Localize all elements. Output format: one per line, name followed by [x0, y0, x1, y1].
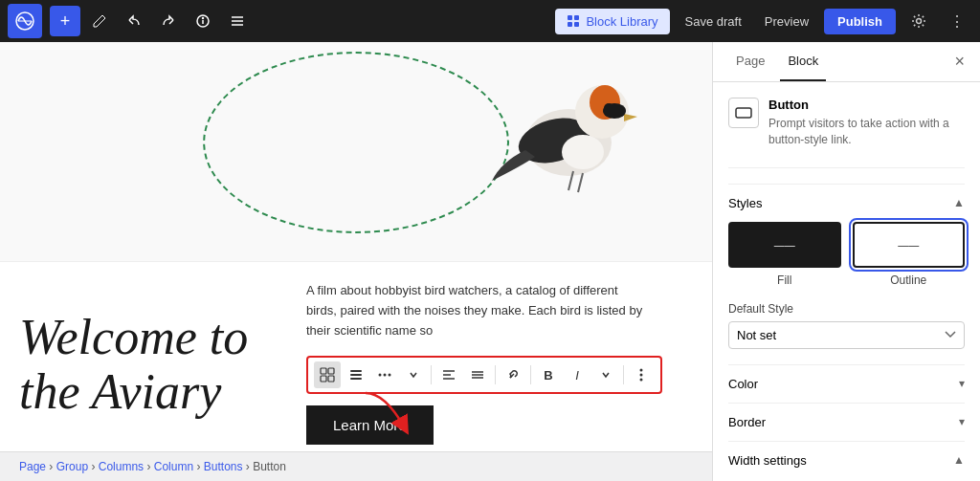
color-section: Color ▾	[728, 364, 965, 403]
svg-point-11	[917, 19, 922, 24]
align-left-button[interactable]	[435, 361, 462, 388]
block-description: Prompt visitors to take action with a bu…	[768, 116, 965, 148]
toolbar-separator-1	[431, 365, 432, 384]
sidebar-content: Button Prompt visitors to take action wi…	[713, 82, 980, 481]
breadcrumb: Page › Group › Columns › Column › Button…	[0, 451, 712, 481]
settings-button[interactable]	[903, 6, 934, 36]
undo-button[interactable]	[119, 6, 149, 36]
main-layout: Welcome to the Aviary A film about hobby…	[0, 42, 980, 481]
color-header[interactable]: Color ▾	[728, 364, 965, 403]
transform-button[interactable]	[314, 361, 341, 388]
tab-page[interactable]: Page	[728, 42, 772, 81]
top-toolbar: + Block Library	[0, 0, 980, 42]
learn-more-button[interactable]: Learn More	[306, 405, 434, 445]
tools-button[interactable]	[84, 6, 115, 36]
svg-point-14	[562, 135, 604, 169]
save-draft-button[interactable]: Save draft	[678, 9, 749, 34]
fill-preview: ——	[728, 222, 841, 268]
dots-icon	[378, 368, 391, 382]
vertical-dots-icon	[635, 368, 648, 382]
preview-button[interactable]: Preview	[757, 9, 816, 34]
svg-rect-10	[574, 22, 579, 27]
svg-rect-27	[350, 374, 362, 376]
italic-button[interactable]: I	[564, 361, 590, 388]
svg-rect-24	[321, 376, 326, 382]
toolbar-separator-2	[495, 365, 496, 384]
more-inline-button[interactable]	[371, 361, 398, 388]
toolbar-right: Block Library Save draft Preview Publish…	[555, 6, 972, 36]
sidebar-header: Page Block ×	[713, 42, 980, 82]
wp-logo-icon	[15, 11, 34, 31]
transform-icon	[320, 367, 335, 383]
drag-icon	[349, 368, 363, 382]
block-name: Button	[768, 98, 965, 112]
list-view-button[interactable]	[222, 6, 253, 36]
border-header[interactable]: Border ▾	[728, 403, 965, 441]
svg-rect-22	[321, 368, 326, 374]
default-style-label: Default Style	[728, 302, 965, 316]
border-chevron-icon: ▾	[959, 415, 965, 428]
width-settings-label: Width settings	[728, 453, 807, 468]
width-header[interactable]: Width settings ▲	[728, 441, 965, 479]
styles-label: Styles	[728, 196, 762, 210]
breadcrumb-page[interactable]: Page	[19, 460, 46, 473]
info-button[interactable]	[188, 6, 218, 36]
svg-point-29	[379, 374, 382, 377]
breadcrumb-button: Button	[253, 460, 286, 473]
svg-point-38	[640, 369, 643, 372]
block-toolbar: B I	[306, 356, 662, 394]
align-left-icon	[442, 368, 456, 382]
svg-point-30	[384, 374, 387, 377]
border-section: Border ▾	[728, 403, 965, 441]
sidebar-close-button[interactable]: ×	[954, 52, 965, 72]
width-section: Width settings ▲ 25% 50% 75% 100%	[728, 441, 965, 481]
format-chevron-button[interactable]	[592, 361, 619, 388]
svg-point-31	[389, 374, 391, 377]
breadcrumb-group[interactable]: Group	[56, 460, 88, 473]
toolbar-separator-3	[530, 365, 531, 384]
svg-point-40	[640, 379, 643, 382]
more-options-button[interactable]: ⋮	[942, 6, 972, 36]
justify-button[interactable]	[464, 361, 491, 388]
add-block-button[interactable]: +	[50, 6, 80, 36]
button-block-icon	[735, 106, 752, 120]
wp-logo	[8, 4, 42, 38]
breadcrumb-columns[interactable]: Columns	[99, 460, 144, 473]
svg-rect-25	[328, 376, 334, 382]
tab-block[interactable]: Block	[780, 42, 826, 81]
color-chevron-icon: ▾	[959, 377, 965, 390]
styles-header[interactable]: Styles ▲	[728, 184, 965, 222]
default-style-row: Default Style Not set	[728, 302, 965, 349]
chevron-down-toolbar-button[interactable]	[400, 361, 427, 388]
divider-1	[728, 167, 965, 168]
chevron-down-toolbar-icon	[409, 370, 418, 380]
svg-rect-7	[568, 15, 572, 20]
outline-preview: ——	[853, 222, 966, 268]
default-style-select[interactable]: Not set	[728, 321, 965, 349]
list-view-icon	[230, 13, 245, 29]
svg-rect-28	[350, 378, 362, 380]
publish-button[interactable]: Publish	[824, 9, 896, 34]
drag-handle-button[interactable]	[343, 361, 369, 388]
bold-button[interactable]: B	[535, 361, 562, 388]
breadcrumb-buttons[interactable]: Buttons	[204, 460, 243, 473]
welcome-heading: Welcome to the Aviary	[19, 310, 268, 419]
block-library-button[interactable]: Block Library	[555, 9, 669, 34]
svg-rect-23	[328, 368, 334, 374]
redo-icon	[161, 13, 176, 29]
svg-point-19	[603, 103, 626, 119]
styles-section: Styles ▲ —— Fill —— Outline	[728, 184, 965, 349]
buttons-container: B I	[306, 356, 655, 451]
link-button[interactable]	[500, 361, 526, 388]
breadcrumb-column[interactable]: Column	[154, 460, 193, 473]
block-info-text: Button Prompt visitors to take action wi…	[768, 98, 965, 148]
style-outline-option[interactable]: —— Outline	[853, 222, 966, 287]
bird-illustration	[463, 42, 655, 219]
content-section: Welcome to the Aviary A film about hobby…	[0, 262, 712, 451]
redo-button[interactable]	[153, 6, 184, 36]
svg-rect-9	[568, 22, 572, 27]
pencil-icon	[92, 13, 107, 29]
description-text: A film about hobbyist bird watchers, a c…	[306, 281, 651, 340]
block-options-button[interactable]	[628, 361, 655, 388]
style-fill-option[interactable]: —— Fill	[728, 222, 841, 287]
